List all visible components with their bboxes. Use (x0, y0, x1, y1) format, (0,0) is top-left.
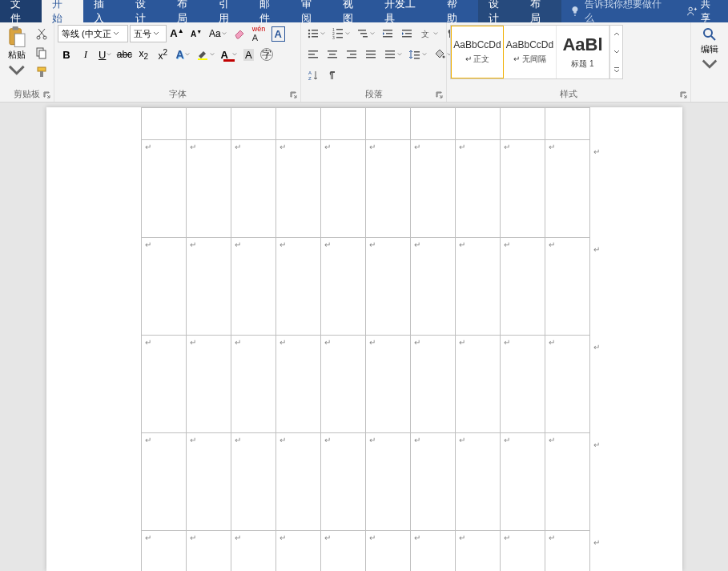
svg-point-15 (308, 36, 310, 38)
sort-icon: AZ (307, 69, 320, 82)
enclose-char-button[interactable]: 字 (258, 46, 276, 63)
bullets-icon (307, 27, 320, 40)
font-launcher[interactable] (289, 90, 299, 100)
shrink-font-button[interactable]: A▼ (187, 25, 205, 42)
svg-rect-57 (614, 67, 619, 68)
align-distributed-button[interactable] (381, 46, 404, 63)
cut-button[interactable] (33, 25, 50, 42)
align-justify-button[interactable] (362, 46, 380, 63)
superscript-button[interactable]: x2 (154, 46, 171, 63)
tab-home[interactable]: 开始 (42, 0, 83, 22)
paste-button[interactable]: 粘贴 (3, 25, 30, 82)
format-painter-button[interactable] (33, 63, 50, 81)
line-spacing-button[interactable] (406, 46, 429, 63)
tab-insert[interactable]: 插入 (83, 0, 125, 22)
style-item-heading1[interactable]: AaBl 标题 1 (557, 26, 609, 78)
gallery-more-button[interactable] (610, 61, 622, 78)
group-font-label: 字体 (58, 86, 297, 102)
gallery-up-button[interactable] (610, 26, 622, 43)
copy-icon (35, 46, 48, 59)
table-row[interactable]: ↵↵↵↵↵↵↵↵↵↵ (141, 140, 589, 238)
style-item-nospacing[interactable]: AaBbCcDd ↵ 无间隔 (504, 26, 557, 78)
tab-view[interactable]: 视图 (332, 0, 374, 22)
style-preview-text: AaBbCcDd (453, 39, 501, 50)
ribbon: 粘贴 剪贴板 等线 (中文正 五号 A▲ A▼ Aa (0, 22, 728, 103)
style-item-normal[interactable]: AaBbCcDd ↵ 正文 (451, 26, 504, 78)
gallery-down-button[interactable] (610, 43, 622, 61)
svg-rect-30 (405, 33, 412, 34)
copy-button[interactable] (33, 44, 50, 62)
shading-icon (433, 48, 446, 61)
row-end-mark: ↵ (593, 147, 600, 156)
svg-rect-45 (385, 50, 395, 52)
line-spacing-icon (408, 48, 421, 61)
tab-help[interactable]: 帮助 (436, 0, 478, 22)
svg-rect-35 (308, 57, 318, 58)
asian-layout-button[interactable]: 文 (417, 25, 440, 42)
document-area[interactable]: ↵↵↵↵↵↵↵↵↵↵ ↵↵↵↵↵↵↵↵↵↵ ↵↵↵↵↵↵↵↵↵↵ ↵↵↵↵↵↵↵… (0, 103, 728, 571)
align-right-button[interactable] (343, 46, 360, 63)
tab-table-layout[interactable]: 布局 (520, 0, 561, 22)
table-row[interactable]: ↵↵↵↵↵↵↵↵↵↵ (141, 433, 589, 531)
character-border-button[interactable]: A (269, 25, 287, 42)
align-center-button[interactable] (324, 46, 341, 63)
svg-rect-41 (347, 57, 356, 58)
change-case-button[interactable]: Aa (207, 25, 229, 42)
tab-mailings[interactable]: 邮件 (249, 0, 291, 22)
editing-button[interactable]: 编辑 (698, 25, 722, 82)
grow-font-button[interactable]: A▲ (168, 25, 186, 42)
subscript-button[interactable]: x2 (135, 46, 152, 63)
font-name-combo[interactable]: 等线 (中文正 (58, 25, 128, 42)
table-row[interactable]: ↵↵↵↵↵↵↵↵↵↵ (141, 336, 589, 433)
align-left-button[interactable] (304, 46, 322, 63)
align-left-icon (307, 48, 320, 61)
highlight-button[interactable] (194, 46, 217, 63)
style-name-label: ↵ 无间隔 (513, 54, 546, 65)
table-row[interactable]: ↵↵↵↵↵↵↵↵↵↵ (141, 238, 589, 336)
group-editing: 编辑 (691, 22, 728, 102)
share-button[interactable]: 共享 (678, 0, 728, 25)
strikethrough-button[interactable]: abc (115, 46, 133, 63)
tab-references[interactable]: 引用 (208, 0, 250, 22)
decrease-indent-button[interactable] (379, 25, 396, 42)
page[interactable]: ↵↵↵↵↵↵↵↵↵↵ ↵↵↵↵↵↵↵↵↵↵ ↵↵↵↵↵↵↵↵↵↵ ↵↵↵↵↵↵↵… (46, 107, 682, 571)
tab-developer[interactable]: 开发工具 (374, 0, 436, 22)
numbering-button[interactable]: 123 (329, 25, 352, 42)
document-table[interactable]: ↵↵↵↵↵↵↵↵↵↵ ↵↵↵↵↵↵↵↵↵↵ ↵↵↵↵↵↵↵↵↵↵ ↵↵↵↵↵↵↵… (141, 107, 590, 571)
tab-file[interactable]: 文件 (0, 0, 42, 22)
char-shading-button[interactable]: A (241, 46, 256, 63)
svg-rect-7 (39, 50, 46, 58)
table-row[interactable] (141, 108, 589, 140)
svg-rect-9 (40, 71, 43, 77)
font-color-button[interactable]: A (219, 46, 239, 63)
show-all-button[interactable] (324, 66, 341, 84)
text-effects-button[interactable]: A (173, 46, 191, 63)
highlight-icon (196, 48, 209, 61)
underline-button[interactable]: U (96, 46, 114, 63)
styles-launcher[interactable] (679, 90, 689, 100)
clipboard-launcher[interactable] (42, 90, 52, 100)
bold-button[interactable]: B (58, 46, 75, 63)
svg-rect-47 (385, 57, 395, 58)
tab-layout[interactable]: 布局 (167, 0, 208, 22)
phonetic-guide-button[interactable]: wénA (250, 25, 268, 42)
bullets-button[interactable] (304, 25, 328, 42)
increase-indent-button[interactable] (398, 25, 416, 42)
svg-rect-22 (336, 37, 343, 38)
svg-rect-28 (383, 36, 392, 38)
multilevel-list-button[interactable] (354, 25, 377, 42)
svg-rect-29 (402, 30, 412, 31)
svg-rect-2 (13, 26, 18, 30)
italic-button[interactable]: I (77, 46, 95, 63)
font-size-combo[interactable]: 五号 (130, 25, 167, 42)
svg-rect-14 (312, 33, 318, 34)
sort-button[interactable]: AZ (304, 66, 322, 84)
tab-review[interactable]: 审阅 (291, 0, 332, 22)
clear-formatting-button[interactable] (231, 25, 248, 42)
paragraph-launcher[interactable] (435, 90, 444, 100)
table-row[interactable]: ↵↵↵↵↵↵↵↵↵↵ (141, 531, 589, 572)
svg-rect-27 (386, 33, 392, 34)
tab-table-design[interactable]: 设计 (478, 0, 520, 22)
tell-me-search[interactable]: 告诉我你想要做什么 (561, 0, 678, 25)
tab-design[interactable]: 设计 (125, 0, 167, 22)
